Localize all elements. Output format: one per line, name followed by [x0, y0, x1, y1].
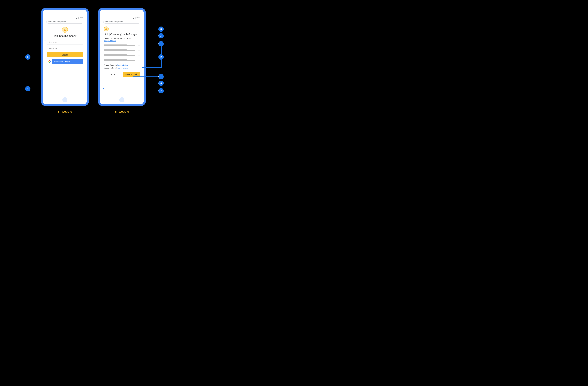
- annotation-5-line-a: [28, 41, 45, 41]
- privacy-policy-link[interactable]: Privacy Policy: [117, 64, 128, 66]
- phone-mockup-consent: ▾ ◢ ▮ 12:30 https://www.example.com Link…: [98, 8, 146, 106]
- annotation-5: 5: [25, 54, 45, 60]
- phone-screen: ▾ ◢ ▮ 12:30 https://www.example.com Link…: [100, 10, 144, 104]
- clock-text: 12:30: [136, 17, 140, 19]
- signin-button[interactable]: Sign In: [47, 52, 83, 57]
- diagram-stage: ▾ ◢ ▮ 12:30 https://www.example.com Sign…: [5, 5, 180, 121]
- chevron-down-icon: ⌄: [138, 54, 140, 57]
- username-input[interactable]: [47, 40, 83, 45]
- annotation-2-line-top: [142, 46, 162, 46]
- annotation-5-line-b: [28, 70, 45, 70]
- url-bar[interactable]: https://www.example.com: [103, 20, 140, 23]
- permission-item[interactable]: ⌄: [104, 54, 140, 57]
- battery-icon: ▮: [135, 17, 136, 19]
- password-input[interactable]: [47, 46, 83, 51]
- cellular-icon: ◢: [76, 17, 77, 19]
- third-party-frame: ▾ ◢ ▮ 12:30 https://www.example.com Sign…: [45, 16, 85, 96]
- signed-in-as-text: Signed in as user123@example.com: [104, 37, 140, 39]
- permission-item[interactable]: ⌄: [104, 59, 140, 62]
- annotation-A: A: [139, 33, 164, 38]
- google-signin-label: Sign in with Google: [52, 59, 83, 64]
- company-logo: [104, 26, 109, 31]
- google-g-icon: [47, 59, 52, 64]
- signin-heading: Sign in to [Company]: [47, 34, 83, 38]
- battery-icon: ▮: [78, 17, 79, 19]
- permissions-list: ⌄ ⌄ ⌄ ⌄: [104, 44, 140, 62]
- annotation-8: 8: [108, 26, 164, 32]
- unlink-line: You can unlink at example.com: [104, 67, 140, 69]
- status-bar: ▾ ◢ ▮ 12:30: [45, 16, 85, 19]
- annotation-3: 3: [142, 88, 164, 93]
- annotation-2-line-bot: [142, 67, 162, 68]
- unlink-link[interactable]: example.com: [117, 67, 127, 69]
- consent-heading: Link [Company] with Google: [104, 33, 140, 36]
- company-logo: [62, 27, 68, 33]
- caption-left: 3P website: [41, 110, 89, 114]
- permission-item[interactable]: ⌄: [104, 49, 140, 52]
- google-signin-button[interactable]: Sign in with Google: [47, 59, 83, 64]
- url-bar[interactable]: https://www.example.com: [46, 20, 84, 23]
- status-bar: ▾ ◢ ▮ 12:30: [102, 16, 142, 19]
- cancel-button[interactable]: Cancel: [104, 72, 121, 77]
- change-account-link[interactable]: change account: [104, 40, 116, 42]
- caption-right: 3P website: [98, 110, 146, 114]
- home-button[interactable]: [119, 97, 124, 102]
- wifi-icon: ▾: [75, 17, 76, 19]
- annotation-7: 7: [119, 41, 164, 46]
- annotation-2: 2: [158, 54, 164, 60]
- annotation-1: 1: [133, 74, 164, 79]
- wifi-icon: ▾: [132, 17, 132, 19]
- home-button[interactable]: [62, 97, 67, 102]
- clock-text: 12:30: [80, 17, 84, 19]
- cellular-icon: ◢: [133, 17, 134, 19]
- annotation-4: 4: [25, 86, 103, 91]
- annotation-6: 6: [142, 81, 164, 86]
- chevron-down-icon: ⌄: [138, 59, 140, 62]
- privacy-policy-line: Review Google's Privacy Policy: [104, 64, 140, 67]
- chevron-down-icon: ⌄: [138, 49, 140, 51]
